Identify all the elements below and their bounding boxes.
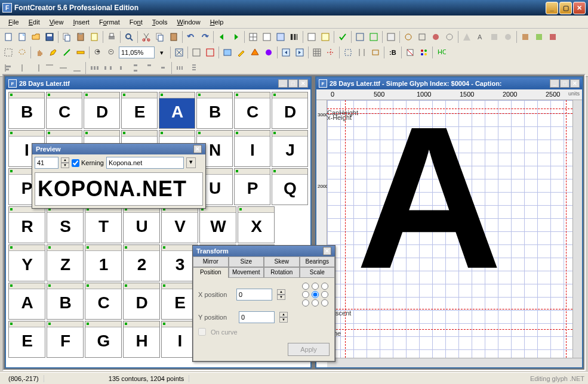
anchor-mc[interactable] [312, 291, 319, 298]
tab-scale[interactable]: Scale [300, 267, 335, 278]
child-max-button[interactable]: □ [288, 79, 298, 88]
preview-dropdown-button[interactable]: ▾ [186, 157, 196, 168]
copy2-icon[interactable] [153, 30, 167, 44]
preview-size-input[interactable] [35, 157, 59, 169]
menu-help[interactable]: Help [205, 17, 229, 27]
dist-h-icon[interactable] [88, 61, 101, 75]
back-icon[interactable] [216, 30, 229, 44]
menu-edit[interactable]: Edit [24, 17, 45, 27]
pencil-icon[interactable] [235, 46, 248, 59]
x-position-input[interactable] [236, 289, 272, 301]
tab-skew[interactable]: Skew [264, 256, 300, 267]
tab-mirror[interactable]: Mirror [193, 256, 229, 267]
bbox-icon[interactable] [341, 46, 355, 59]
align-m-icon[interactable] [57, 61, 70, 75]
child-min-button[interactable]: _ [550, 79, 559, 88]
t7-icon[interactable] [488, 30, 501, 44]
align-b-icon[interactable] [70, 61, 84, 75]
doc-icon[interactable] [88, 30, 101, 44]
transform-close-button[interactable]: ✕ [323, 247, 331, 255]
tab-position[interactable]: Position [193, 267, 229, 278]
glyph-cell[interactable]: U [123, 206, 160, 243]
glyph-cell[interactable]: D [123, 283, 160, 320]
glyph-cell[interactable]: S [47, 206, 84, 243]
menu-file[interactable]: File [4, 17, 24, 27]
t6-icon[interactable]: A [474, 30, 487, 44]
find-icon[interactable] [122, 30, 136, 44]
anchor-mr[interactable] [321, 291, 328, 298]
scrollbar-vertical[interactable] [572, 100, 582, 358]
glyph-canvas[interactable]: CapHeight x-Height Descent eline A [327, 100, 572, 358]
grid3-icon[interactable] [367, 30, 380, 44]
tab-movement[interactable]: Movement [229, 267, 264, 278]
glyph-cell[interactable]: E [8, 321, 45, 358]
child-max-button[interactable]: □ [560, 79, 569, 88]
scrollbar-horizontal[interactable] [327, 358, 582, 367]
circle-icon[interactable] [262, 46, 275, 59]
new-icon[interactable] [2, 30, 15, 44]
fit-icon[interactable] [173, 46, 186, 59]
tbl2-icon[interactable] [260, 30, 273, 44]
print-icon[interactable] [105, 30, 118, 44]
kerning-checkbox[interactable] [72, 159, 79, 167]
glyph-cell[interactable]: 1 [85, 244, 122, 281]
zoom-in-icon[interactable]: + [91, 46, 104, 59]
y-spin-up[interactable]: ▲ [279, 312, 288, 317]
glyph-cell[interactable]: I [234, 130, 270, 167]
dist-v-icon[interactable] [129, 61, 142, 75]
tbl4-icon[interactable] [305, 30, 318, 44]
measure-icon[interactable] [74, 46, 87, 59]
snap2-icon[interactable] [204, 46, 217, 59]
tbl5-icon[interactable] [319, 30, 332, 44]
menu-tools[interactable]: Tools [147, 17, 173, 27]
text-icon[interactable]: :B [386, 46, 399, 59]
glyph-cell[interactable]: D [84, 92, 120, 129]
t11-icon[interactable] [546, 30, 559, 44]
copy-icon[interactable] [60, 30, 73, 44]
mode3-icon[interactable]: HO [435, 46, 448, 59]
tab-bearings[interactable]: Bearings [300, 256, 335, 267]
menu-view[interactable]: View [45, 17, 69, 27]
tbl3-icon[interactable] [274, 30, 287, 44]
anchor-ml[interactable] [302, 291, 309, 298]
align-r-icon[interactable] [29, 61, 42, 75]
glyph-cell[interactable]: A [159, 92, 195, 129]
t9-icon[interactable] [519, 30, 532, 44]
anchor-br[interactable] [321, 299, 328, 306]
t4-icon[interactable] [443, 30, 456, 44]
glyph-cell[interactable]: B [8, 92, 45, 129]
child-close-button[interactable]: ✕ [570, 79, 580, 88]
glyph-cell[interactable]: B [47, 283, 84, 320]
img-icon[interactable] [221, 46, 234, 59]
redo-icon[interactable] [198, 30, 211, 44]
lasso-icon[interactable] [16, 46, 29, 59]
undo-icon[interactable] [184, 30, 198, 44]
minimize-button[interactable]: _ [546, 2, 558, 14]
x-spin-down[interactable]: ▼ [277, 295, 285, 300]
dist-e1-icon[interactable] [174, 61, 187, 75]
dist-h2-icon[interactable] [101, 61, 115, 75]
glyph-cell[interactable]: V [161, 206, 198, 243]
on-curve-checkbox[interactable] [198, 328, 206, 336]
child-min-button[interactable]: _ [278, 79, 288, 88]
tab-rotation[interactable]: Rotation [264, 267, 300, 278]
glyph-cell[interactable]: F [47, 321, 84, 358]
paste2-icon[interactable] [167, 30, 180, 44]
zoom-field[interactable] [119, 47, 155, 58]
cut-icon[interactable] [140, 30, 153, 44]
glyph-cell[interactable]: J [272, 130, 308, 167]
dropdown-icon[interactable]: ▾ [155, 46, 168, 59]
metrics-icon[interactable] [355, 46, 368, 59]
child-close-button[interactable]: ✕ [298, 79, 308, 88]
glyph-cell[interactable]: A [8, 283, 45, 320]
open-icon[interactable] [29, 30, 42, 44]
dist-h3-icon[interactable] [115, 61, 128, 75]
edit-titlebar[interactable]: F 28 Days Later.ttf - Simple Glyph Index… [316, 78, 582, 89]
preview-panel[interactable]: Preview ✕ ▲ ▼ Kerning ▾ KOPONA.NET [32, 143, 206, 209]
x-spin-up[interactable]: ▲ [277, 289, 285, 295]
anchor-tr[interactable] [321, 283, 328, 290]
check-icon[interactable] [336, 30, 349, 44]
apply-button[interactable]: Apply [288, 343, 330, 356]
anchor-tl[interactable] [302, 283, 309, 290]
grid-mode-icon[interactable] [310, 46, 324, 59]
